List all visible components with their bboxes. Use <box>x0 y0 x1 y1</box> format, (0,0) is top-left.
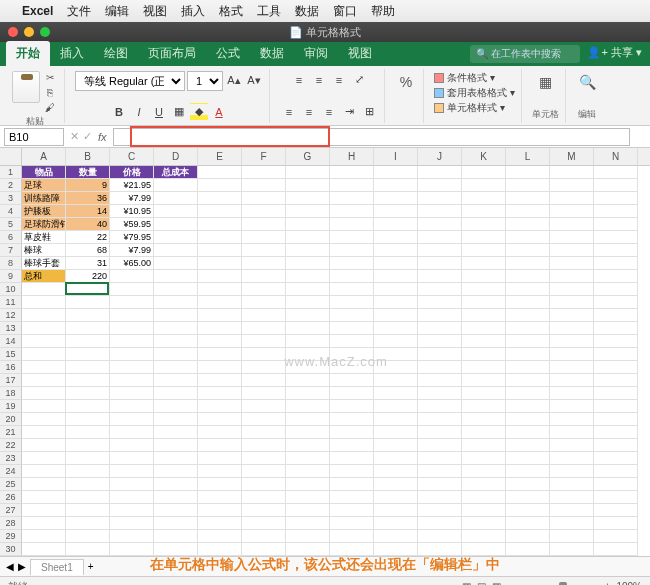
cell-M25[interactable] <box>550 478 594 491</box>
cell-A3[interactable]: 训练路障 <box>22 192 66 205</box>
cell-G9[interactable] <box>286 270 330 283</box>
tab-review[interactable]: 审阅 <box>294 41 338 66</box>
cell-F4[interactable] <box>242 205 286 218</box>
cell-K23[interactable] <box>462 452 506 465</box>
cell-J18[interactable] <box>418 387 462 400</box>
cell-F1[interactable] <box>242 166 286 179</box>
cell-D21[interactable] <box>154 426 198 439</box>
cell-L11[interactable] <box>506 296 550 309</box>
cell-C30[interactable] <box>110 543 154 556</box>
minimize-icon[interactable] <box>24 27 34 37</box>
cell-M11[interactable] <box>550 296 594 309</box>
cell-E7[interactable] <box>198 244 242 257</box>
cell-H25[interactable] <box>330 478 374 491</box>
cell-E4[interactable] <box>198 205 242 218</box>
sheet-nav-next[interactable]: ▶ <box>18 561 26 572</box>
cell-G25[interactable] <box>286 478 330 491</box>
cell-F29[interactable] <box>242 530 286 543</box>
cell-F9[interactable] <box>242 270 286 283</box>
cell-H5[interactable] <box>330 218 374 231</box>
cell-M27[interactable] <box>550 504 594 517</box>
cell-K28[interactable] <box>462 517 506 530</box>
percent-button[interactable]: % <box>395 71 417 93</box>
add-sheet-button[interactable]: + <box>88 561 94 572</box>
cell-B11[interactable] <box>66 296 110 309</box>
cell-D4[interactable] <box>154 205 198 218</box>
cell-E2[interactable] <box>198 179 242 192</box>
cell-L12[interactable] <box>506 309 550 322</box>
cell-C7[interactable]: ¥7.99 <box>110 244 154 257</box>
cell-I22[interactable] <box>374 439 418 452</box>
cell-H19[interactable] <box>330 400 374 413</box>
cell-C11[interactable] <box>110 296 154 309</box>
cell-K30[interactable] <box>462 543 506 556</box>
cell-J24[interactable] <box>418 465 462 478</box>
menu-file[interactable]: 文件 <box>67 3 91 20</box>
cell-J5[interactable] <box>418 218 462 231</box>
cell-K19[interactable] <box>462 400 506 413</box>
cell-I6[interactable] <box>374 231 418 244</box>
cell-M20[interactable] <box>550 413 594 426</box>
cell-G19[interactable] <box>286 400 330 413</box>
cell-C13[interactable] <box>110 322 154 335</box>
cell-G5[interactable] <box>286 218 330 231</box>
cell-I8[interactable] <box>374 257 418 270</box>
cell-K18[interactable] <box>462 387 506 400</box>
cell-B1[interactable]: 数量 <box>66 166 110 179</box>
cell-K13[interactable] <box>462 322 506 335</box>
cell-H27[interactable] <box>330 504 374 517</box>
cell-L21[interactable] <box>506 426 550 439</box>
cell-K14[interactable] <box>462 335 506 348</box>
cell-I17[interactable] <box>374 374 418 387</box>
cell-D10[interactable] <box>154 283 198 296</box>
cell-L28[interactable] <box>506 517 550 530</box>
cell-A29[interactable] <box>22 530 66 543</box>
cell-I25[interactable] <box>374 478 418 491</box>
cell-B10[interactable] <box>66 283 110 296</box>
cell-N15[interactable] <box>594 348 638 361</box>
cell-I28[interactable] <box>374 517 418 530</box>
cell-style-button[interactable]: 单元格样式 ▾ <box>434 101 515 115</box>
cell-N17[interactable] <box>594 374 638 387</box>
cell-C4[interactable]: ¥10.95 <box>110 205 154 218</box>
cell-J1[interactable] <box>418 166 462 179</box>
cell-A6[interactable]: 草皮鞋 <box>22 231 66 244</box>
cell-B23[interactable] <box>66 452 110 465</box>
share-button[interactable]: 👤+ 共享 ▾ <box>587 45 642 60</box>
cell-B26[interactable] <box>66 491 110 504</box>
cell-E10[interactable] <box>198 283 242 296</box>
cell-L8[interactable] <box>506 257 550 270</box>
cell-D22[interactable] <box>154 439 198 452</box>
align-left-button[interactable]: ≡ <box>280 103 298 121</box>
cell-G24[interactable] <box>286 465 330 478</box>
cell-B4[interactable]: 14 <box>66 205 110 218</box>
paste-button[interactable] <box>12 71 40 103</box>
cell-G30[interactable] <box>286 543 330 556</box>
cell-D9[interactable] <box>154 270 198 283</box>
cell-M18[interactable] <box>550 387 594 400</box>
cell-B25[interactable] <box>66 478 110 491</box>
cell-G4[interactable] <box>286 205 330 218</box>
cell-A17[interactable] <box>22 374 66 387</box>
cell-N22[interactable] <box>594 439 638 452</box>
align-right-button[interactable]: ≡ <box>320 103 338 121</box>
row-header-1[interactable]: 1 <box>0 166 22 179</box>
row-header-6[interactable]: 6 <box>0 231 22 244</box>
select-all-corner[interactable] <box>0 148 22 165</box>
cell-M9[interactable] <box>550 270 594 283</box>
row-header-11[interactable]: 11 <box>0 296 22 309</box>
cell-C29[interactable] <box>110 530 154 543</box>
cell-D5[interactable] <box>154 218 198 231</box>
tab-layout[interactable]: 页面布局 <box>138 41 206 66</box>
cell-G1[interactable] <box>286 166 330 179</box>
cell-E21[interactable] <box>198 426 242 439</box>
menu-tools[interactable]: 工具 <box>257 3 281 20</box>
cell-B17[interactable] <box>66 374 110 387</box>
cut-button[interactable]: ✂ <box>42 71 58 85</box>
cell-G11[interactable] <box>286 296 330 309</box>
cell-N26[interactable] <box>594 491 638 504</box>
cell-M23[interactable] <box>550 452 594 465</box>
cell-N23[interactable] <box>594 452 638 465</box>
cell-D12[interactable] <box>154 309 198 322</box>
cell-G6[interactable] <box>286 231 330 244</box>
